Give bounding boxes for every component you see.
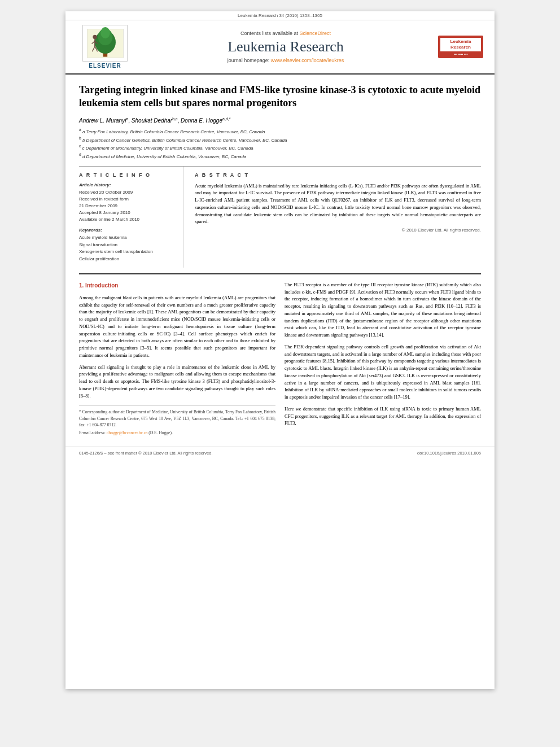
affiliations: a a Terry Fox Laboratory, British Columb…: [79, 127, 481, 160]
authors-line: Andrew L. Muranyia, Shoukat Dedharb,c, D…: [79, 117, 481, 124]
affiliation-b: b b Department of Cancer Genetics, Briti…: [79, 136, 481, 144]
article-info-label: A R T I C L E I N F O: [79, 172, 176, 178]
journal-logo-inner: Leukemia Research: [440, 38, 481, 52]
keywords-label: Keywords:: [79, 228, 176, 233]
keywords-group: Keywords: Acute myeloid leukemia Signal …: [79, 228, 176, 263]
body-col-left: 1. Introduction Among the malignant blas…: [79, 281, 275, 438]
history-heading: Article history:: [79, 182, 176, 187]
right-para-2: The PI3K-dependent signaling pathway con…: [285, 343, 481, 401]
journal-homepage-line: journal homepage: www.elsevier.com/locat…: [139, 58, 432, 63]
keywords-list: Acute myeloid leukemia Signal transducti…: [79, 234, 176, 263]
sciencedirect-line: Contents lists available at ScienceDirec…: [139, 30, 432, 36]
affiliation-a: a a Terry Fox Laboratory, British Columb…: [79, 127, 481, 136]
article-history: Article history: Received 20 October 200…: [79, 182, 176, 223]
email-link[interactable]: dhogge@bccancer.bc.ca: [107, 430, 148, 435]
right-para-3: Here we demonstrate that specific inhibi…: [285, 405, 481, 427]
author-3: Donna E. Hogge: [181, 117, 222, 124]
svg-point-5: [93, 34, 97, 38]
article-page: Leukemia Research 34 (2010) 1358–1365: [65, 11, 495, 689]
corresponding-note: * Corresponding author at: Department of…: [79, 409, 275, 428]
keyword-1: Acute myeloid leukemia: [79, 234, 176, 242]
email-note: E-mail address: dhogge@bccancer.bc.ca (D…: [79, 430, 275, 436]
abstract-copyright: © 2010 Elsevier Ltd. All rights reserved…: [195, 228, 481, 233]
journal-logo-micro: ▪▪▪ ▪▪▪▪ ▪▪▪: [440, 53, 481, 56]
keyword-3: Xenogeneic stem cell transplantation: [79, 248, 176, 256]
doi-line-bottom: doi:10.1016/j.leukres.2010.01.006: [417, 451, 481, 456]
bottom-bar: 0145-2126/$ – see front matter © 2010 El…: [65, 447, 495, 459]
abstract-label: A B S T R A C T: [195, 172, 481, 178]
article-title: Targeting integrin linked kinase and FMS…: [79, 84, 481, 110]
journal-center: Contents lists available at ScienceDirec…: [133, 30, 438, 63]
revised-date: 21 December 2009: [79, 203, 176, 209]
issn-line: 0145-2126/$ – see front matter © 2010 El…: [79, 451, 213, 456]
elsevier-logo: ELSEVIER: [77, 25, 133, 69]
intro-para-2: Aberrant cell signaling is thought to pl…: [79, 364, 275, 400]
email-label: E-mail address:: [79, 430, 106, 435]
keyword-4: Cellular proliferation: [79, 256, 176, 263]
footnote-area: * Corresponding author at: Department of…: [79, 405, 275, 436]
right-para-1: The FLT3 receptor is a member of the typ…: [285, 281, 481, 339]
journal-title-main: Leukemia Research: [139, 38, 432, 55]
abstract-text: Acute myeloid leukemia (AML) is maintain…: [195, 182, 481, 226]
accepted-date: Accepted 8 January 2010: [79, 209, 176, 216]
sciencedirect-link[interactable]: ScienceDirect: [300, 30, 331, 36]
journal-header: ELSEVIER Contents lists available at Sci…: [65, 20, 495, 75]
intro-para-1: Among the malignant blast cells in patie…: [79, 294, 275, 359]
main-body: 1. Introduction Among the malignant blas…: [79, 273, 481, 438]
email-suffix: (D.E. Hogge).: [148, 430, 173, 435]
elsevier-wordmark: ELSEVIER: [89, 63, 121, 69]
body-col-right: The FLT3 receptor is a member of the typ…: [285, 281, 481, 438]
doi-header-line: Leukemia Research 34 (2010) 1358–1365: [65, 11, 495, 20]
abstract-col: A B S T R A C T Acute myeloid leukemia (…: [195, 167, 481, 268]
affiliation-d: d d Department of Medicine, University o…: [79, 152, 481, 160]
article-info-col: A R T I C L E I N F O Article history: R…: [79, 167, 183, 268]
svg-point-4: [100, 27, 110, 38]
revised-label: Received in revised form: [79, 196, 176, 203]
journal-volume-info: Leukemia Research 34 (2010) 1358–1365: [238, 13, 322, 18]
elsevier-logo-box: [82, 25, 128, 62]
keyword-2: Signal transduction: [79, 242, 176, 249]
article-body: Targeting integrin linked kinase and FMS…: [65, 75, 495, 447]
journal-homepage-url[interactable]: www.elsevier.com/locate/leukres: [271, 58, 344, 63]
article-info-abstract-row: A R T I C L E I N F O Article history: R…: [79, 166, 481, 268]
available-date: Available online 2 March 2010: [79, 216, 176, 223]
author-2: Shoukat Dedhar: [132, 117, 172, 124]
journal-logo-box: Leukemia Research ▪▪▪ ▪▪▪▪ ▪▪▪: [438, 36, 483, 59]
introduction-heading: 1. Introduction: [79, 281, 275, 290]
affiliation-c: c c Department of Biochemistry, Universi…: [79, 143, 481, 152]
author-1: Andrew L. Muranyi: [79, 117, 126, 124]
received-date: Received 20 October 2009: [79, 189, 176, 196]
